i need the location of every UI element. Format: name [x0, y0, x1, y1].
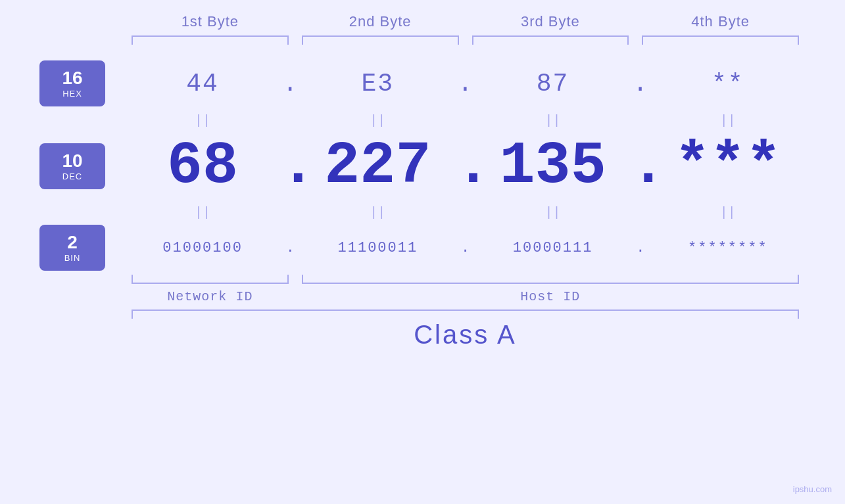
byte-header-3: 3rd Byte [466, 13, 636, 30]
bin-b1: 01000100 [125, 240, 280, 256]
bin-dot-2: . [456, 240, 475, 256]
bin-values: 01000100 . 11100011 . 10000111 . *******… [125, 240, 806, 256]
hex-base-num: 16 [62, 68, 82, 89]
eq2-b2: || [300, 205, 455, 220]
dec-label-box: 10 DEC [39, 143, 105, 189]
hex-base-name: HEX [62, 89, 82, 99]
net-bracket-wrap [125, 275, 295, 285]
main-container: 1st Byte 2nd Byte 3rd Byte 4th Byte 16 H… [0, 0, 845, 504]
id-labels: Network ID Host ID [125, 289, 806, 304]
dec-row: 10 DEC 68 . 227 . 135 . *** [39, 133, 806, 200]
eq2-b3: || [475, 205, 631, 220]
dec-base-name: DEC [62, 172, 82, 181]
host-bracket-line [302, 275, 799, 284]
host-id-label: Host ID [295, 289, 806, 304]
eq1-b4: || [650, 113, 806, 128]
dec-dot-3: . [631, 133, 650, 200]
byte-header-1: 1st Byte [125, 13, 295, 30]
eq1-b1: || [125, 113, 280, 128]
hex-b4: ** [650, 70, 806, 98]
dec-b4: *** [650, 137, 806, 196]
eq2-b4: || [650, 205, 806, 220]
dec-values: 68 . 227 . 135 . *** [125, 133, 806, 200]
host-bracket-wrap [295, 275, 806, 285]
bin-base-name: BIN [64, 253, 81, 263]
class-bracket-line [132, 309, 799, 319]
eq1-b2: || [300, 113, 455, 128]
hex-dot-3: . [631, 70, 650, 98]
dec-b2: 227 [300, 137, 455, 196]
hex-label-box: 16 HEX [39, 60, 105, 106]
network-id-label: Network ID [125, 289, 295, 304]
bin-label-box: 2 BIN [39, 225, 105, 271]
hex-b3: 87 [475, 70, 631, 98]
bracket-cell-4 [635, 35, 806, 47]
byte-header-2: 2nd Byte [295, 13, 466, 30]
equals-row-1: || || || || [39, 110, 806, 130]
bracket-cell-3 [466, 35, 636, 47]
bin-b4: ******** [650, 240, 806, 256]
hex-b1: 44 [125, 70, 280, 98]
hex-b2: E3 [300, 70, 455, 98]
top-brackets [39, 35, 806, 47]
dec-dot-2: . [456, 133, 475, 200]
net-bracket-line [132, 275, 289, 284]
dec-base-num: 10 [62, 151, 82, 172]
bin-base-num: 2 [67, 233, 78, 253]
watermark: ipshu.com [793, 484, 832, 494]
byte-headers-row: 1st Byte 2nd Byte 3rd Byte 4th Byte [39, 13, 806, 30]
bracket-top-4 [642, 35, 799, 45]
eq2-b1: || [125, 205, 280, 220]
bracket-top-1 [132, 35, 289, 45]
class-section: Class A [39, 309, 806, 350]
bracket-top-3 [472, 35, 629, 45]
hex-dot-1: . [280, 70, 300, 98]
bottom-section: Network ID Host ID [39, 275, 806, 304]
bin-b2: 11100011 [300, 240, 455, 256]
class-label: Class A [125, 320, 806, 350]
equals-row-2: || || || || [39, 202, 806, 222]
dec-dot-1: . [280, 133, 300, 200]
bin-row: 2 BIN 01000100 . 11100011 . 10000111 . *… [39, 225, 806, 271]
bin-dot-1: . [280, 240, 300, 256]
dec-b3: 135 [475, 137, 631, 196]
hex-values: 44 . E3 . 87 . ** [125, 70, 806, 98]
bracket-top-2 [302, 35, 459, 45]
bracket-cell-2 [295, 35, 466, 47]
dec-b1: 68 [125, 137, 280, 196]
bin-dot-3: . [631, 240, 650, 256]
bin-b3: 10000111 [475, 240, 631, 256]
hex-dot-2: . [456, 70, 475, 98]
bracket-cell-1 [125, 35, 295, 47]
bottom-brackets-container [125, 275, 806, 285]
eq1-b3: || [475, 113, 631, 128]
byte-header-4: 4th Byte [635, 13, 806, 30]
hex-row: 16 HEX 44 . E3 . 87 . ** [39, 60, 806, 106]
